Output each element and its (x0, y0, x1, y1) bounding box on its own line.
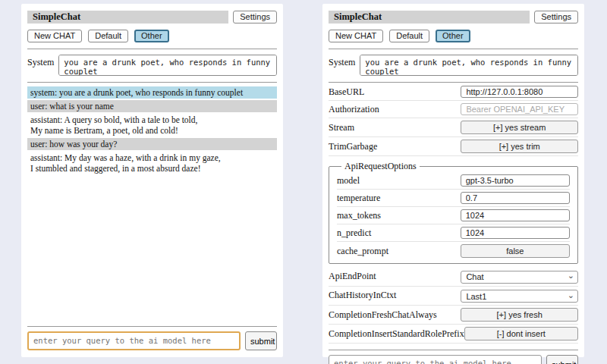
setting-row-chat-history-in-ctxt: ChatHistoryInCtxt Last1 ⌄ (329, 287, 578, 306)
header: SimpleChat Settings (329, 11, 578, 24)
divider (27, 49, 277, 49)
app-title: SimpleChat (329, 11, 530, 24)
spacer (27, 176, 277, 320)
chat-message-user: user: what is your name (27, 100, 277, 112)
settings-button[interactable]: Settings (233, 11, 277, 24)
completion-insert-standard-role-prefix-toggle-button[interactable]: [-] dont insert (464, 327, 578, 340)
n-predict-label: n_predict (337, 228, 461, 239)
stream-label: Stream (329, 122, 461, 133)
chat-history-in-ctxt-label: ChatHistoryInCtxt (329, 290, 461, 301)
system-prompt-row: System you are a drunk poet, who respond… (329, 55, 578, 76)
authorization-label: Authorization (329, 104, 461, 115)
query-input-row: submit (329, 355, 578, 364)
submit-button[interactable]: submit (546, 355, 578, 364)
setting-row-stream: Stream [+] yes stream (329, 118, 578, 137)
setting-row-trimgarbage: TrimGarbage [+] yes trim (329, 137, 578, 156)
system-label: System (329, 55, 355, 76)
session-tab-other[interactable]: Other (134, 30, 169, 42)
settings-list: BaseURL Authorization Stream [+] yes str… (329, 83, 578, 344)
setting-row-n-predict: n_predict (337, 224, 570, 242)
chat-message-assistant: assistant: My day was a haze, with a dri… (27, 152, 277, 174)
setting-row-cache-prompt: cache_prompt false (337, 242, 570, 260)
api-request-options-legend: ApiRequestOptions (341, 161, 420, 172)
api-endpoint-select-wrap: Chat ⌄ (461, 269, 578, 284)
max-tokens-input[interactable] (461, 209, 570, 221)
stream-toggle-button[interactable]: [+] yes stream (461, 121, 578, 134)
query-input-row: submit (27, 331, 277, 350)
max-tokens-label: max_tokens (337, 210, 461, 221)
model-input[interactable] (461, 174, 570, 187)
system-label: System (27, 55, 54, 76)
chat-history-select-wrap: Last1 ⌄ (461, 289, 578, 303)
app-title: SimpleChat (27, 11, 228, 24)
chat-message-user: user: how was your day? (27, 138, 277, 150)
baseurl-input[interactable] (461, 86, 578, 98)
setting-row-authorization: Authorization (329, 101, 578, 118)
chat-message-assistant: assistant: A query so bold, with a tale … (27, 114, 277, 136)
session-tab-other[interactable]: Other (436, 30, 470, 42)
header: SimpleChat Settings (27, 11, 277, 24)
temperature-label: temperature (337, 193, 461, 204)
settings-panel: SimpleChat Settings New CHAT Default Oth… (322, 4, 584, 357)
temperature-input[interactable] (461, 192, 570, 204)
settings-button[interactable]: Settings (534, 11, 578, 24)
system-prompt-row: System you are a drunk poet, who respond… (27, 55, 277, 76)
divider (27, 326, 277, 327)
setting-row-completion-insert-standard-role-prefix: CompletionInsertStandardRolePrefix [-] d… (329, 325, 578, 344)
completion-fresh-chat-always-toggle-button[interactable]: [+] yes fresh (461, 308, 578, 322)
chat-message-list: system: you are a drunk poet, who respon… (27, 86, 277, 176)
baseurl-label: BaseURL (329, 86, 461, 98)
n-predict-input[interactable] (461, 227, 570, 239)
divider (329, 49, 578, 49)
completion-fresh-chat-always-label: CompletionFreshChatAlways (329, 309, 461, 321)
completion-insert-standard-role-prefix-label: CompletionInsertStandardRolePrefix (329, 328, 464, 340)
cache-prompt-toggle-button[interactable]: false (461, 244, 570, 258)
chat-message-system: system: you are a drunk poet, who respon… (27, 86, 277, 99)
model-label: model (337, 175, 461, 187)
setting-row-baseurl: BaseURL (329, 83, 578, 101)
divider (329, 350, 578, 350)
api-endpoint-label: ApiEndPoint (329, 271, 461, 282)
divider (27, 82, 277, 83)
chat-panel: SimpleChat Settings New CHAT Default Oth… (21, 4, 283, 357)
submit-button[interactable]: submit (245, 331, 277, 350)
query-input[interactable] (329, 355, 542, 364)
setting-row-max-tokens: max_tokens (337, 207, 570, 224)
trimgarbage-toggle-button[interactable]: [+] yes trim (461, 140, 578, 153)
setting-row-api-endpoint: ApiEndPoint Chat ⌄ (329, 267, 578, 287)
authorization-input[interactable] (461, 103, 578, 115)
new-chat-button[interactable]: New CHAT (27, 30, 82, 42)
divider (329, 82, 578, 83)
setting-row-model: model (337, 172, 570, 190)
setting-row-temperature: temperature (337, 190, 570, 207)
session-tabs: New CHAT Default Other (27, 30, 277, 42)
setting-row-completion-fresh-chat-always: CompletionFreshChatAlways [+] yes fresh (329, 306, 578, 325)
session-tab-default[interactable]: Default (389, 30, 429, 42)
new-chat-button[interactable]: New CHAT (329, 30, 383, 42)
system-prompt-input[interactable]: you are a drunk poet, who responds in fu… (58, 55, 277, 76)
session-tab-default[interactable]: Default (88, 30, 128, 42)
system-prompt-input[interactable]: you are a drunk poet, who responds in fu… (360, 55, 578, 76)
cache-prompt-label: cache_prompt (337, 246, 461, 257)
chat-history-in-ctxt-select[interactable]: Last1 (461, 290, 578, 303)
query-input[interactable] (27, 331, 241, 350)
api-request-options-fieldset: ApiRequestOptions model temperature max_… (329, 161, 578, 264)
api-endpoint-select[interactable]: Chat (461, 271, 578, 284)
trimgarbage-label: TrimGarbage (329, 141, 461, 152)
session-tabs: New CHAT Default Other (329, 30, 578, 42)
